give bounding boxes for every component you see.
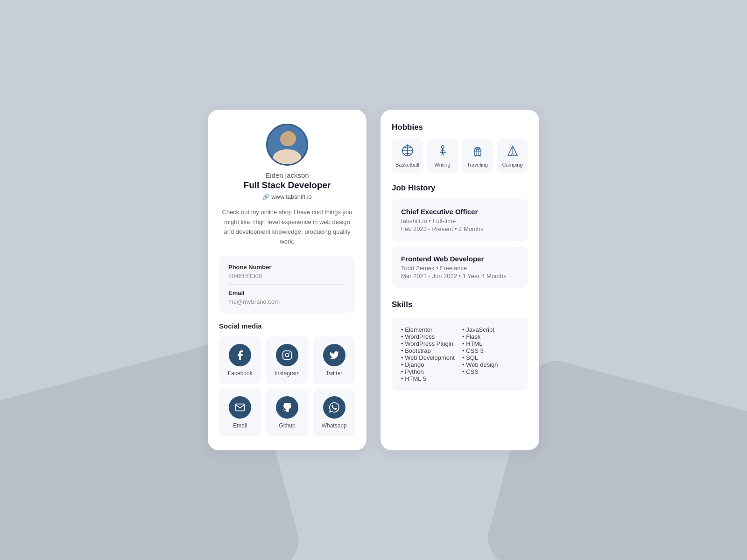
whatsapp-icon bbox=[323, 396, 345, 419]
skill-sql: • SQL bbox=[462, 354, 519, 361]
hobby-traveling: Traveling bbox=[462, 139, 493, 173]
skills-right: • JavaScript • Flask • HTML • CSS 3 • SQ… bbox=[462, 326, 519, 382]
github-label: Githup bbox=[279, 422, 295, 429]
job1-dates: Feb 2023 - Present • 2 Months bbox=[401, 225, 519, 232]
user-name: Eiden jackson bbox=[265, 171, 309, 179]
social-instagram[interactable]: Instagram bbox=[266, 336, 309, 384]
avatar-image bbox=[268, 124, 307, 166]
job1-company: tabshift.io • Full-time bbox=[401, 217, 519, 224]
job2-dates: Mar 2021 - Jun 2022 • 1 Year 4 Months bbox=[401, 273, 519, 280]
skill-webdesign: • Web design bbox=[462, 361, 519, 368]
job-history-title: Job History bbox=[392, 183, 528, 193]
skill-elementor: • Elementor bbox=[401, 326, 458, 333]
skill-webdev: • Web Development bbox=[401, 354, 458, 361]
phone-label: Phone Number bbox=[228, 264, 346, 271]
social-whatsapp[interactable]: Whatsapp bbox=[313, 389, 355, 436]
svg-rect-2 bbox=[282, 137, 287, 140]
hobby-writing: Writing bbox=[427, 139, 458, 173]
svg-line-18 bbox=[443, 152, 444, 155]
camping-icon bbox=[506, 144, 519, 159]
left-card: Eiden jackson Full Stack Developer 🔗 www… bbox=[208, 110, 366, 450]
skills-box: • Elementor • WordPress • WordPress Plug… bbox=[392, 318, 528, 391]
skill-css: • CSS bbox=[462, 368, 519, 375]
svg-rect-5 bbox=[283, 350, 291, 359]
skills-columns: • Elementor • WordPress • WordPress Plug… bbox=[401, 326, 519, 382]
social-email[interactable]: Email bbox=[219, 389, 261, 436]
svg-point-25 bbox=[479, 155, 480, 157]
job2-company: Todd Zemek • Freelance bbox=[401, 265, 519, 272]
traveling-icon bbox=[471, 144, 484, 159]
skill-wp-plugin: • WordPress Plugin bbox=[401, 340, 458, 347]
user-website: 🔗 www.tabshift.io bbox=[262, 193, 312, 200]
instagram-label: Instagram bbox=[275, 370, 299, 377]
skills-title: Skills bbox=[392, 300, 528, 309]
right-card: Hobbies Basketball bbox=[381, 110, 539, 450]
skill-wordpress: • WordPress bbox=[401, 333, 458, 340]
facebook-label: Facebook bbox=[228, 370, 253, 377]
svg-point-7 bbox=[289, 352, 290, 353]
twitter-icon bbox=[323, 344, 345, 366]
skill-javascript: • JavaScript bbox=[462, 326, 519, 333]
email-icon bbox=[229, 396, 251, 419]
svg-point-24 bbox=[474, 155, 476, 157]
skill-flask: • Flask bbox=[462, 333, 519, 340]
svg-rect-3 bbox=[288, 137, 293, 140]
social-twitter[interactable]: Twitter bbox=[313, 336, 355, 384]
writing-label: Writing bbox=[434, 162, 450, 168]
social-media-section-label: Social media bbox=[219, 322, 355, 330]
skill-python: • Python bbox=[401, 368, 458, 375]
facebook-icon bbox=[229, 344, 251, 366]
github-icon bbox=[276, 396, 298, 419]
contact-divider bbox=[228, 284, 346, 285]
email-value: me@mybrand.com bbox=[228, 298, 346, 305]
link-icon: 🔗 bbox=[262, 194, 269, 200]
svg-point-6 bbox=[285, 353, 289, 357]
job2-title: Frontend Web Developer bbox=[401, 255, 519, 263]
phone-value: 8046151300 bbox=[228, 273, 346, 280]
camping-label: Camping bbox=[502, 162, 522, 168]
email-social-label: Email bbox=[233, 422, 247, 429]
user-bio: Check out my online shop I have cool thi… bbox=[219, 208, 355, 246]
skill-html5: • HTML 5 bbox=[401, 375, 458, 382]
skill-css3: • CSS 3 bbox=[462, 347, 519, 354]
skill-django: • Django bbox=[401, 361, 458, 368]
hobbies-grid: Basketball Writing bbox=[392, 139, 528, 173]
job-card-1: Chief Executive Officer tabshift.io • Fu… bbox=[392, 199, 528, 241]
hobby-basketball: Basketball bbox=[392, 139, 423, 173]
cards-wrapper: Eiden jackson Full Stack Developer 🔗 www… bbox=[208, 110, 539, 450]
job-card-2: Frontend Web Developer Todd Zemek • Free… bbox=[392, 246, 528, 288]
social-github[interactable]: Githup bbox=[266, 389, 309, 436]
whatsapp-label: Whatsapp bbox=[322, 422, 347, 429]
traveling-label: Traveling bbox=[467, 162, 488, 168]
svg-point-1 bbox=[281, 131, 296, 146]
website-url: www.tabshift.io bbox=[271, 193, 312, 200]
social-grid: Facebook Instagram bbox=[219, 336, 355, 436]
email-label: Email bbox=[228, 289, 346, 296]
svg-rect-0 bbox=[268, 124, 307, 166]
skills-left: • Elementor • WordPress • WordPress Plug… bbox=[401, 326, 458, 382]
skill-html: • HTML bbox=[462, 340, 519, 347]
svg-point-13 bbox=[441, 146, 444, 148]
svg-rect-19 bbox=[474, 149, 481, 155]
basketball-label: Basketball bbox=[395, 162, 419, 168]
user-title: Full Stack Developer bbox=[244, 180, 331, 190]
social-facebook[interactable]: Facebook bbox=[219, 336, 261, 384]
skill-bootstrap: • Bootstrap bbox=[401, 347, 458, 354]
instagram-icon bbox=[276, 344, 298, 366]
job1-title: Chief Executive Officer bbox=[401, 208, 519, 216]
writing-icon bbox=[436, 144, 449, 159]
svg-rect-20 bbox=[476, 147, 479, 149]
contact-box: Phone Number 8046151300 Email me@mybrand… bbox=[219, 256, 355, 313]
hobbies-title: Hobbies bbox=[392, 123, 528, 132]
avatar bbox=[266, 124, 308, 166]
hobby-camping: Camping bbox=[497, 139, 528, 173]
twitter-label: Twitter bbox=[326, 370, 342, 377]
basketball-icon bbox=[401, 144, 414, 159]
